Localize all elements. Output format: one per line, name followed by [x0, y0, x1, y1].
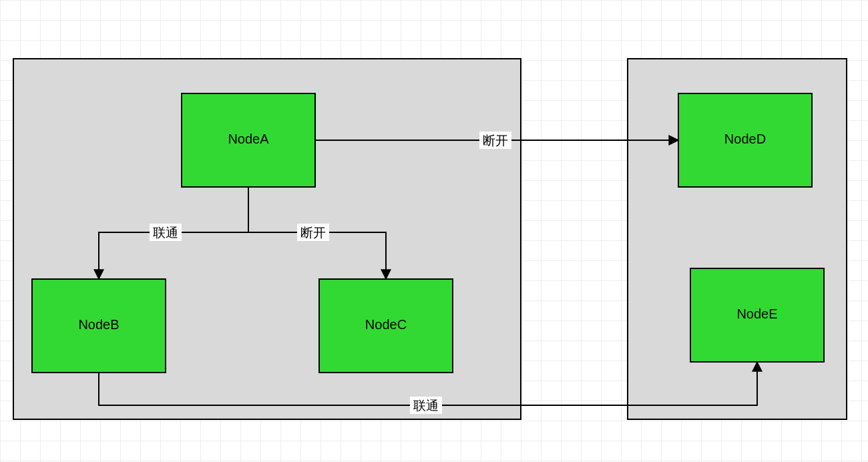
- node-c-label: NodeC: [365, 317, 407, 332]
- edge-b-e-label: 联通: [413, 399, 439, 413]
- node-d-label: NodeD: [724, 132, 766, 146]
- node-a-label: NodeA: [228, 132, 269, 146]
- edge-a-d-label: 断开: [483, 134, 508, 148]
- diagram-canvas: NodeA NodeB NodeC NodeD NodeE 断开 联通 断开 联…: [0, 0, 868, 462]
- node-e-label: NodeE: [736, 306, 777, 321]
- edge-a-b-label: 联通: [153, 226, 178, 240]
- edge-a-c-label: 断开: [300, 226, 326, 240]
- node-b-label: NodeB: [78, 317, 119, 332]
